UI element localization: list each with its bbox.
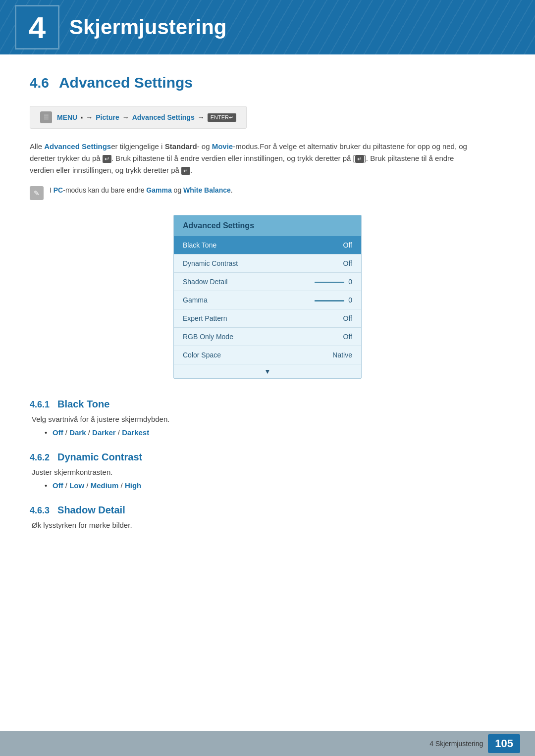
menu-item-rgb-value: Off	[343, 333, 352, 341]
menu-item-gamma[interactable]: Gamma 0	[174, 291, 361, 309]
menu-item-color-space-value: Native	[332, 351, 352, 359]
subsection-black-tone-number: 4.6.1	[30, 400, 50, 410]
subsection-black-tone-title: Black Tone	[57, 399, 109, 410]
settings-menu-container: Advanced Settings Black Tone Off Dynamic…	[30, 215, 505, 379]
menu-item-black-tone-value: Off	[343, 241, 352, 249]
menu-item-dynamic-contrast-label: Dynamic Contrast	[183, 259, 238, 267]
section-description: Alle Advanced Settingser tilgjengelige i…	[30, 141, 476, 176]
menu-step-menu: MENU	[57, 113, 77, 121]
main-content: 4.6 Advanced Settings ☰ MENU ▪ → Picture…	[0, 54, 535, 748]
menu-arrow-1: ▪	[80, 113, 83, 121]
menu-item-shadow-detail-value: 0	[315, 278, 352, 286]
menu-item-black-tone-label: Black Tone	[183, 241, 216, 249]
dynamic-contrast-options-item: Off / Low / Medium / High	[45, 481, 505, 490]
menu-item-rgb-only-mode[interactable]: RGB Only Mode Off	[174, 328, 361, 346]
menu-enter: ENTER↵	[208, 113, 236, 122]
section-title: Advanced Settings	[59, 74, 193, 91]
subsection-dynamic-contrast-heading: 4.6.2 Dynamic Contrast	[30, 452, 505, 463]
subsection-dynamic-contrast-desc: Juster skjermkontrasten.	[32, 468, 505, 476]
subsection-shadow-detail-heading: 4.6.3 Shadow Detail	[30, 504, 505, 516]
chapter-number: 4	[15, 5, 59, 50]
menu-step-picture: Picture	[96, 113, 119, 121]
section-number: 4.6	[30, 75, 49, 91]
footer-chapter-label: 4 Skjermjustering	[429, 740, 483, 748]
note-box: I PC-modus kan du bare endre Gamma og Wh…	[30, 186, 505, 200]
subsection-dynamic-contrast: 4.6.2 Dynamic Contrast Juster skjermkont…	[30, 452, 505, 490]
page-number: 105	[488, 734, 520, 753]
dynamic-contrast-options: Off / Low / Medium / High	[30, 481, 505, 490]
black-tone-options: Off / Dark / Darker / Darkest	[30, 428, 505, 437]
note-icon	[30, 186, 44, 200]
chapter-header: 4 Skjermjustering	[0, 0, 535, 54]
menu-item-black-tone[interactable]: Black Tone Off	[174, 236, 361, 254]
chapter-title: Skjermjustering	[69, 15, 226, 39]
menu-item-expert-pattern-label: Expert Pattern	[183, 314, 227, 322]
menu-item-dynamic-contrast-value: Off	[343, 259, 352, 267]
gamma-slider	[315, 300, 344, 302]
subsection-shadow-detail-number: 4.6.3	[30, 505, 50, 516]
subsection-black-tone-heading: 4.6.1 Black Tone	[30, 399, 505, 410]
menu-item-expert-pattern-value: Off	[343, 314, 352, 322]
menu-item-rgb-label: RGB Only Mode	[183, 333, 233, 341]
subsection-dynamic-contrast-title: Dynamic Contrast	[57, 452, 142, 463]
subsection-shadow-detail: 4.6.3 Shadow Detail Øk lysstyrken for mø…	[30, 504, 505, 529]
page-footer: 4 Skjermjustering 105	[0, 731, 535, 756]
menu-item-expert-pattern[interactable]: Expert Pattern Off	[174, 309, 361, 328]
subsection-black-tone-desc: Velg svartnivå for å justere skjermdybde…	[32, 415, 505, 423]
menu-item-dynamic-contrast[interactable]: Dynamic Contrast Off	[174, 254, 361, 273]
settings-menu-box: Advanced Settings Black Tone Off Dynamic…	[173, 215, 362, 379]
menu-icon: ☰	[40, 111, 52, 123]
menu-step-advanced: Advanced Settings	[132, 113, 195, 121]
menu-item-color-space[interactable]: Color Space Native	[174, 346, 361, 364]
subsection-shadow-detail-desc: Øk lysstyrken for mørke bilder.	[32, 521, 505, 529]
section-heading: 4.6 Advanced Settings	[30, 74, 505, 91]
menu-item-gamma-label: Gamma	[183, 296, 208, 304]
menu-path: ☰ MENU ▪ → Picture → Advanced Settings →…	[30, 106, 247, 129]
shadow-detail-slider	[315, 282, 344, 283]
subsection-dynamic-contrast-number: 4.6.2	[30, 453, 50, 463]
menu-scroll-indicator: ▼	[174, 364, 361, 378]
menu-item-shadow-detail-label: Shadow Detail	[183, 278, 227, 286]
subsection-shadow-detail-title: Shadow Detail	[57, 504, 125, 516]
note-text: I PC-modus kan du bare endre Gamma og Wh…	[50, 186, 233, 194]
subsection-black-tone: 4.6.1 Black Tone Velg svartnivå for å ju…	[30, 399, 505, 437]
menu-item-color-space-label: Color Space	[183, 351, 221, 359]
settings-menu-header: Advanced Settings	[174, 215, 361, 236]
black-tone-options-item: Off / Dark / Darker / Darkest	[45, 428, 505, 437]
menu-item-gamma-value: 0	[315, 296, 352, 304]
menu-item-shadow-detail[interactable]: Shadow Detail 0	[174, 273, 361, 291]
